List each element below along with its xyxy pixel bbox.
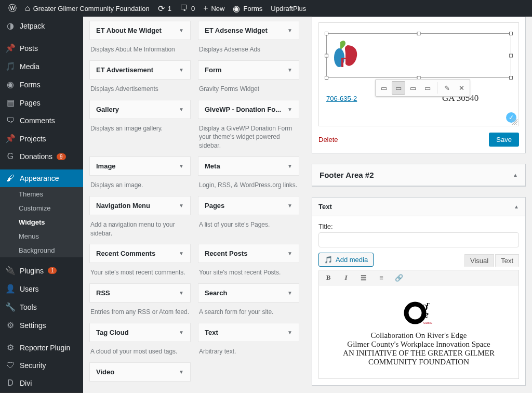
open-text-widget: 706-635-2 GA 30540 ▭ ▭ ▭ ▭ ✎ ✕ ✓ (312, 17, 526, 153)
widget-meta[interactable]: Meta▼ (198, 156, 299, 176)
chevron-down-icon: ▼ (287, 67, 292, 73)
menu-divi[interactable]: DDivi (0, 374, 83, 392)
menu-comments[interactable]: 🗨Comments (0, 112, 83, 129)
plug-icon: 🔌 (5, 266, 16, 276)
resize-handle[interactable] (509, 32, 513, 35)
widget-form[interactable]: Form▼ (198, 60, 299, 80)
refresh[interactable]: ⟳1 (154, 0, 176, 17)
widget-desc: Gravity Forms Widget (198, 80, 299, 96)
widget-rss[interactable]: RSS▼ (89, 283, 191, 303)
svg-text:CORE: CORE (423, 321, 432, 324)
refresh-icon: ⟳ (158, 4, 165, 14)
widget-recent-posts[interactable]: Recent Posts▼ (198, 244, 299, 263)
sub-background[interactable]: Background (0, 243, 83, 257)
chevron-down-icon: ▼ (179, 203, 184, 208)
sub-themes[interactable]: Themes (0, 187, 83, 201)
phone-link[interactable]: 706-635-2 (326, 95, 357, 102)
widget-givewp-donation-fo-[interactable]: GiveWP - Donation Fo...▼ (198, 100, 299, 119)
align-none-button[interactable]: ▭ (421, 81, 434, 95)
resize-handle[interactable] (325, 54, 328, 58)
menu-projects[interactable]: 📌Projects (0, 129, 83, 148)
sub-widgets[interactable]: Widgets (0, 215, 83, 229)
resize-handle[interactable] (509, 54, 513, 58)
widget-et-adsense-widget[interactable]: ET Adsense Widget▼ (198, 21, 299, 40)
updraft-link[interactable]: UpdraftPlus (267, 0, 310, 17)
widget-et-about-me-widget[interactable]: ET About Me Widget▼ (89, 21, 191, 40)
ol-button[interactable]: ≡ (376, 272, 387, 283)
widget-navigation-menu[interactable]: Navigation Menu▼ (89, 196, 191, 215)
menu-tools[interactable]: 🔧Tools (0, 298, 83, 316)
widget-text[interactable]: Text▼ (198, 323, 299, 342)
ul-button[interactable]: ☰ (358, 272, 369, 283)
new-content[interactable]: +New (199, 0, 229, 17)
menu-appearance[interactable]: 🖌Appearance (0, 169, 83, 187)
widget-search[interactable]: Search▼ (198, 283, 299, 303)
visual-tab[interactable]: Visual (464, 254, 494, 267)
resize-handle[interactable] (325, 32, 328, 35)
widget-title: Search (205, 289, 227, 297)
align-center-button[interactable]: ▭ (392, 81, 405, 95)
title-input[interactable] (318, 232, 519, 247)
widget-tag-cloud[interactable]: Tag Cloud▼ (89, 323, 191, 342)
menu-users[interactable]: 👤Users (0, 280, 83, 298)
menu-settings[interactable]: ⚙Settings (0, 316, 83, 334)
wp-logo[interactable]: ⓦ (4, 0, 21, 17)
edit-image-button[interactable]: ✎ (440, 81, 454, 95)
site-link[interactable]: ⌂Greater Gilmer Community Foundation (21, 0, 154, 17)
menu-media[interactable]: 🎵Media (0, 57, 83, 75)
menu-plugins[interactable]: 🔌Plugins1 (0, 261, 83, 280)
widget-desc: A cloud of your most used tags. (89, 342, 191, 358)
body-line-4: COMMUNITY FOUNDATION (324, 358, 513, 366)
widget-title: Pages (205, 202, 224, 209)
menu-jetpack[interactable]: ◑Jetpack (0, 17, 83, 35)
resize-handle[interactable] (509, 76, 513, 80)
media-icon: 🎵 (324, 256, 332, 264)
resize-handle[interactable] (325, 76, 328, 80)
resize-grip[interactable] (511, 119, 517, 125)
forms-link[interactable]: ◉Forms (229, 0, 267, 17)
text-tab[interactable]: Text (495, 254, 519, 267)
resize-handle[interactable] (417, 32, 421, 35)
remove-image-button[interactable]: ✕ (455, 81, 468, 95)
media-icon: 🎵 (5, 61, 16, 71)
footer-area-2: Footer Area #2 ▲ (312, 164, 526, 187)
sub-customize[interactable]: Customize (0, 201, 83, 215)
widget-desc: Arbitrary text. (198, 342, 299, 358)
comments[interactable]: 🗨0 (176, 0, 199, 17)
menu-pages[interactable]: ▤Pages (0, 94, 83, 112)
footer-area-2-header[interactable]: Footer Area #2 ▲ (312, 164, 525, 186)
selected-image[interactable] (326, 33, 511, 78)
content-area: ET About Me Widget▼Displays About Me Inf… (83, 17, 532, 393)
chevron-up-icon: ▲ (513, 172, 518, 178)
align-left-button[interactable]: ▭ (377, 81, 391, 95)
menu-reporter[interactable]: ⚙Reporter Plugin (0, 338, 83, 357)
sub-menus[interactable]: Menus (0, 229, 83, 243)
divi-icon: D (5, 378, 16, 388)
widget-desc: Displays Adsense Ads (198, 40, 299, 56)
delete-link[interactable]: Delete (318, 136, 338, 143)
chevron-down-icon: ▼ (287, 330, 292, 335)
chevron-down-icon: ▼ (179, 67, 184, 73)
menu-posts[interactable]: 📌Posts (0, 39, 83, 57)
widget-pages[interactable]: Pages▼ (198, 196, 299, 215)
save-button[interactable]: Save (489, 133, 519, 147)
body-line-2: Gilmer County's Workplace Innovation Spa… (324, 340, 513, 349)
bold-button[interactable]: B (323, 272, 334, 283)
widget-recent-comments[interactable]: Recent Comments▼ (89, 244, 191, 263)
editor-content[interactable]: O r e CORE Collaboration On River's Edge… (318, 285, 519, 379)
widget-image[interactable]: Image▼ (89, 156, 191, 176)
text-widget-header[interactable]: Text ▲ (312, 198, 525, 216)
chevron-down-icon: ▼ (179, 369, 184, 375)
italic-button[interactable]: I (341, 272, 351, 283)
chevron-down-icon: ▼ (287, 203, 292, 208)
menu-donations[interactable]: GDonations9 (0, 148, 83, 165)
widget-gallery[interactable]: Gallery▼ (89, 100, 191, 119)
add-media-button[interactable]: 🎵 Add media (318, 253, 374, 267)
menu-security[interactable]: 🛡Security (0, 357, 83, 374)
widget-et-advertisement[interactable]: ET Advertisement▼ (89, 60, 191, 80)
widget-desc: Displays About Me Information (89, 40, 191, 56)
widget-video[interactable]: Video▼ (89, 362, 191, 382)
link-button[interactable]: 🔗 (394, 272, 404, 283)
menu-forms[interactable]: ◉Forms (0, 75, 83, 94)
align-right-button[interactable]: ▭ (406, 81, 420, 95)
